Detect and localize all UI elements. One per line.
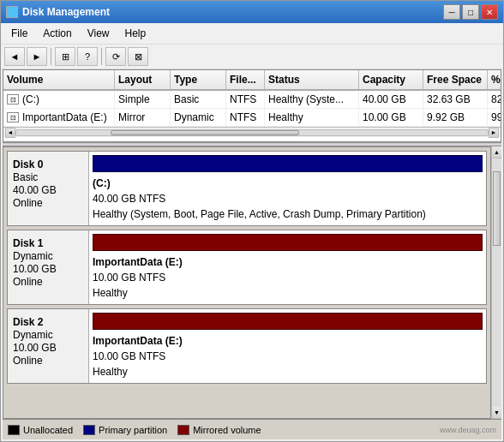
disk-0-size: 40.00 GB bbox=[13, 184, 83, 196]
disk-1-bar[interactable] bbox=[93, 234, 483, 251]
disk-2-partitions: ImportantData (E:) 10.00 GB NTFS Healthy bbox=[89, 309, 486, 383]
disk-2-label: Disk 2 Dynamic 10.00 GB Online bbox=[8, 309, 89, 383]
scroll-track[interactable] bbox=[15, 129, 489, 136]
menu-file[interactable]: File bbox=[4, 25, 34, 42]
col-pctfree: % Free bbox=[488, 70, 501, 89]
cell-type-c: Basic bbox=[171, 91, 226, 108]
disk-2-partition-size: 10.00 GB NTFS bbox=[93, 349, 483, 364]
table-row[interactable]: ⊡ (C:) Simple Basic NTFS Healthy (Syste.… bbox=[3, 91, 501, 109]
help-button[interactable]: ? bbox=[77, 47, 98, 66]
app-icon bbox=[6, 6, 18, 18]
window-controls: ─ □ ✕ bbox=[443, 4, 498, 20]
cell-layout-e: Mirror bbox=[115, 109, 171, 126]
cell-fs-e: NTFS bbox=[226, 109, 265, 126]
cell-layout-c: Simple bbox=[115, 91, 171, 108]
disk-0-label: Disk 0 Basic 40.00 GB Online bbox=[8, 152, 89, 225]
legend-primary: Primary partition bbox=[83, 425, 167, 435]
disk-1-status: Online bbox=[13, 276, 83, 288]
disk-0-bar[interactable] bbox=[93, 155, 483, 172]
scroll-right-btn[interactable]: ► bbox=[489, 128, 499, 138]
disk-0-info: (C:) 40.00 GB NTFS Healthy (System, Boot… bbox=[93, 176, 483, 222]
disk-0-type: Basic bbox=[13, 171, 83, 183]
disk-2-size: 10.00 GB bbox=[13, 342, 83, 354]
disk-2-info: ImportantData (E:) 10.00 GB NTFS Healthy bbox=[93, 333, 483, 379]
col-freespace: Free Space bbox=[423, 70, 488, 89]
legend-bar: Unallocated Primary partition Mirrored v… bbox=[3, 419, 501, 439]
cell-volume-e: ⊡ ImportantData (E:) bbox=[3, 109, 115, 126]
disk-2-partition-status: Healthy bbox=[93, 364, 483, 379]
disk-0-partition-size: 40.00 GB NTFS bbox=[93, 191, 483, 206]
cell-capacity-e: 10.00 GB bbox=[359, 109, 423, 126]
legend-label-primary: Primary partition bbox=[99, 425, 167, 435]
horizontal-scrollbar[interactable]: ◄ ► bbox=[3, 127, 501, 137]
cell-type-e: Dynamic bbox=[171, 109, 226, 126]
disk-2-bar[interactable] bbox=[93, 313, 483, 330]
cell-pct-c: 82 % bbox=[488, 91, 501, 108]
window-title: Disk Management bbox=[22, 6, 110, 18]
menu-help[interactable]: Help bbox=[118, 25, 153, 42]
cell-free-e: 9.92 GB bbox=[423, 109, 488, 126]
disk-1-size: 10.00 GB bbox=[13, 263, 83, 275]
legend-box-unallocated bbox=[8, 425, 20, 435]
close-button[interactable]: ✕ bbox=[481, 4, 498, 20]
maximize-button[interactable]: □ bbox=[462, 4, 479, 20]
disk-2-name: Disk 2 bbox=[13, 316, 83, 328]
table-header: Volume Layout Type File... Status Capaci… bbox=[3, 70, 501, 91]
properties-button[interactable]: ⊞ bbox=[55, 47, 75, 66]
cell-free-c: 32.63 GB bbox=[423, 91, 488, 108]
table-row[interactable]: ⊡ ImportantData (E:) Mirror Dynamic NTFS… bbox=[3, 109, 501, 127]
disk-0-name: Disk 0 bbox=[13, 158, 83, 170]
vertical-scrollbar[interactable]: ▲ ▼ bbox=[491, 146, 501, 419]
watermark-text: www.deuag.com bbox=[440, 426, 496, 434]
legend-mirrored: Mirrored volume bbox=[177, 425, 261, 435]
forward-button[interactable]: ► bbox=[27, 47, 47, 66]
cell-pct-e: 99 % bbox=[488, 109, 501, 126]
disk-1-info: ImportantData (E:) 10.00 GB NTFS Healthy bbox=[93, 254, 483, 301]
disk-1-entry: Disk 1 Dynamic 10.00 GB Online Important… bbox=[7, 230, 487, 305]
disk-0-partition-status: Healthy (System, Boot, Page File, Active… bbox=[93, 206, 483, 222]
scroll-down-btn[interactable]: ▼ bbox=[492, 407, 501, 419]
disk-2-type: Dynamic bbox=[13, 329, 83, 341]
title-bar-left: Disk Management bbox=[6, 6, 110, 18]
disk-1-name: Disk 1 bbox=[13, 237, 83, 249]
refresh-button[interactable]: ⟳ bbox=[105, 47, 126, 66]
scroll-up-btn[interactable]: ▲ bbox=[492, 146, 501, 158]
col-type: Type bbox=[171, 70, 226, 89]
menu-bar: File Action View Help bbox=[1, 23, 503, 45]
scroll-track-v[interactable] bbox=[492, 158, 501, 407]
col-layout: Layout bbox=[115, 70, 171, 89]
toolbar-separator-2 bbox=[101, 48, 102, 65]
disk-1-label: Disk 1 Dynamic 10.00 GB Online bbox=[8, 230, 89, 304]
disk-1-type: Dynamic bbox=[13, 250, 83, 262]
cell-fs-c: NTFS bbox=[226, 91, 265, 108]
scroll-left-btn[interactable]: ◄ bbox=[5, 128, 15, 138]
col-volume: Volume bbox=[3, 70, 115, 89]
window: Disk Management ─ □ ✕ File Action View H… bbox=[0, 0, 504, 442]
disk-1-partitions: ImportantData (E:) 10.00 GB NTFS Healthy bbox=[89, 230, 486, 304]
disk-icon-e: ⊡ bbox=[7, 112, 19, 122]
col-capacity: Capacity bbox=[359, 70, 423, 89]
volume-table: Volume Layout Type File... Status Capaci… bbox=[3, 69, 501, 142]
scroll-thumb-v[interactable] bbox=[493, 171, 501, 246]
disk-2-status: Online bbox=[13, 355, 83, 367]
scroll-thumb[interactable] bbox=[111, 130, 299, 135]
disk-0-partitions: (C:) 40.00 GB NTFS Healthy (System, Boot… bbox=[89, 152, 486, 225]
menu-view[interactable]: View bbox=[81, 25, 117, 42]
extra-button[interactable]: ⊠ bbox=[128, 47, 148, 66]
disk-section-wrapper: Disk 0 Basic 40.00 GB Online (C:) 40.00 … bbox=[3, 146, 501, 419]
col-filesystem: File... bbox=[226, 70, 265, 89]
legend-box-primary bbox=[83, 425, 95, 435]
disk-1-partition-name: ImportantData (E:) bbox=[93, 254, 483, 270]
disk-0-partition-name: (C:) bbox=[93, 176, 483, 191]
cell-volume-c: ⊡ (C:) bbox=[3, 91, 115, 108]
cell-status-c: Healthy (Syste... bbox=[265, 91, 359, 108]
disk-1-partition-size: 10.00 GB NTFS bbox=[93, 270, 483, 285]
title-bar: Disk Management ─ □ ✕ bbox=[1, 1, 503, 23]
toolbar-separator-1 bbox=[51, 48, 51, 65]
back-button[interactable]: ◄ bbox=[4, 47, 25, 66]
minimize-button[interactable]: ─ bbox=[443, 4, 460, 20]
col-status: Status bbox=[265, 70, 359, 89]
menu-action[interactable]: Action bbox=[36, 25, 78, 42]
main-area: Volume Layout Type File... Status Capaci… bbox=[3, 69, 501, 439]
legend-unallocated: Unallocated bbox=[8, 425, 73, 435]
